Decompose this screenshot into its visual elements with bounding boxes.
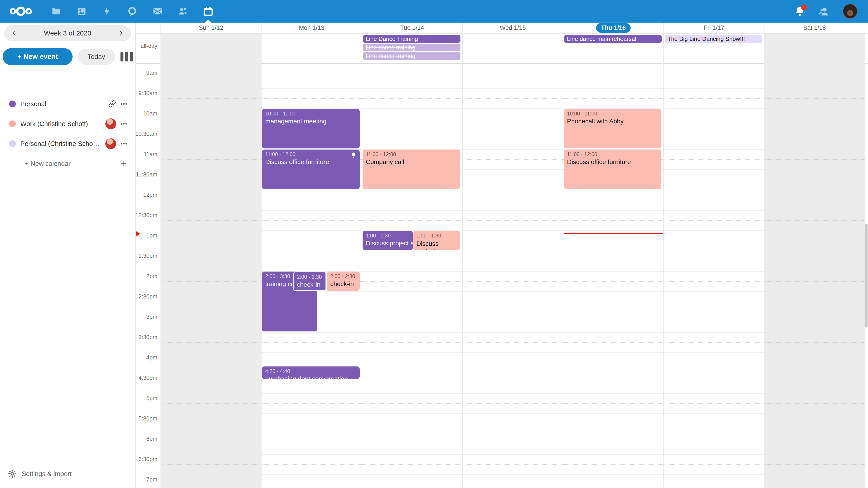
time-slot[interactable] <box>261 251 362 271</box>
time-slot[interactable] <box>765 230 865 251</box>
time-slot[interactable] <box>261 68 362 88</box>
time-slot[interactable] <box>463 414 563 434</box>
time-slot[interactable] <box>261 393 362 414</box>
time-slot[interactable] <box>765 190 865 210</box>
all-day-event[interactable]: Line dance training <box>363 52 460 60</box>
time-slot[interactable] <box>664 190 764 210</box>
time-slot[interactable] <box>463 190 563 210</box>
time-slot[interactable] <box>765 108 865 129</box>
photos-icon[interactable] <box>76 6 87 17</box>
time-slot[interactable] <box>261 210 362 230</box>
time-slot[interactable] <box>664 68 764 88</box>
time-slot[interactable] <box>161 312 261 332</box>
time-slot[interactable] <box>463 352 563 373</box>
time-slot[interactable] <box>463 393 563 414</box>
time-slot[interactable] <box>161 271 261 291</box>
time-slot[interactable] <box>161 68 261 88</box>
time-slot[interactable] <box>664 149 764 169</box>
week-title[interactable]: Week 3 of 2020 <box>25 29 110 37</box>
time-slot[interactable] <box>765 352 865 373</box>
time-slot[interactable] <box>563 414 663 434</box>
time-slot[interactable] <box>664 393 764 414</box>
time-slot[interactable] <box>362 393 462 414</box>
time-slot[interactable] <box>563 434 663 454</box>
time-slot[interactable] <box>362 251 462 271</box>
time-slot[interactable] <box>765 68 865 88</box>
time-slot[interactable] <box>664 108 764 129</box>
time-slot[interactable] <box>362 312 462 332</box>
calendar-actions-icon[interactable] <box>118 118 130 130</box>
time-slot[interactable] <box>362 68 462 88</box>
time-slot[interactable] <box>563 312 663 332</box>
day-header[interactable]: Sun 1/12 <box>160 23 261 33</box>
time-slot[interactable] <box>463 251 563 271</box>
all-day-cell[interactable]: Line Dance TrainingLine dance trainingLi… <box>362 34 462 64</box>
time-slot[interactable] <box>161 434 261 454</box>
time-slot[interactable] <box>463 312 563 332</box>
time-slot[interactable] <box>765 434 865 454</box>
time-slot[interactable] <box>161 149 261 169</box>
time-slot[interactable] <box>362 271 462 291</box>
contacts-icon[interactable] <box>177 6 188 17</box>
time-slot[interactable] <box>362 454 462 475</box>
time-slot[interactable] <box>664 434 764 454</box>
time-slot[interactable] <box>664 271 764 291</box>
time-slot[interactable] <box>161 291 261 312</box>
time-slot[interactable] <box>463 373 563 393</box>
time-slot[interactable] <box>362 414 462 434</box>
calendar-list-item[interactable]: Personal <box>0 94 135 114</box>
user-avatar[interactable] <box>843 4 858 19</box>
time-slot[interactable] <box>563 88 663 108</box>
time-slot[interactable] <box>161 352 261 373</box>
time-slot[interactable] <box>161 414 261 434</box>
time-slot[interactable] <box>362 373 462 393</box>
time-slot[interactable] <box>664 454 764 475</box>
day-column[interactable] <box>160 64 261 488</box>
all-day-cell[interactable] <box>764 34 865 64</box>
event[interactable]: 1:00 - 1:30Discuss project announcement <box>413 231 460 250</box>
day-column[interactable]: 11:00 - 12:00Company call1:00 - 1:30Disc… <box>362 64 462 488</box>
calendar-list-item[interactable]: Work (Christine Schott) <box>0 114 135 134</box>
time-slot[interactable] <box>765 169 865 190</box>
time-slot[interactable] <box>563 210 663 230</box>
all-day-cell[interactable]: The Big Line Dancing Show!!! <box>663 34 764 64</box>
time-slot[interactable] <box>463 169 563 190</box>
time-slot[interactable] <box>362 129 462 149</box>
time-slot[interactable] <box>765 414 865 434</box>
time-slot[interactable] <box>463 88 563 108</box>
notifications-bell-icon[interactable] <box>794 5 806 17</box>
time-slot[interactable] <box>664 352 764 373</box>
time-slot[interactable] <box>463 210 563 230</box>
time-slot[interactable] <box>765 454 865 475</box>
calendar-actions-icon[interactable] <box>118 138 130 150</box>
time-slot[interactable] <box>362 475 462 488</box>
all-day-event[interactable]: Line Dance Training <box>363 35 460 43</box>
event[interactable]: 11:00 - 12:00Discuss office furniture <box>262 150 360 189</box>
time-slot[interactable] <box>563 190 663 210</box>
time-slot[interactable] <box>664 414 764 434</box>
time-slot[interactable] <box>362 210 462 230</box>
time-slot[interactable] <box>161 190 261 210</box>
time-slot[interactable] <box>563 475 663 488</box>
time-slot[interactable] <box>362 190 462 210</box>
all-day-cell[interactable]: Line dance main rehearsal <box>563 34 663 64</box>
files-icon[interactable] <box>51 6 62 17</box>
time-slot[interactable] <box>563 454 663 475</box>
day-column[interactable] <box>764 64 865 488</box>
time-slot[interactable] <box>664 291 764 312</box>
time-slot[interactable] <box>362 108 462 129</box>
time-slot[interactable] <box>563 68 663 88</box>
event[interactable]: 11:00 - 12:00Company call <box>363 150 460 189</box>
time-slot[interactable] <box>664 129 764 149</box>
time-slot[interactable] <box>463 129 563 149</box>
time-slot[interactable] <box>362 352 462 373</box>
new-calendar-button[interactable]: + New calendar <box>0 154 135 173</box>
time-slot[interactable] <box>765 291 865 312</box>
scrollbar-thumb[interactable] <box>865 224 868 328</box>
time-slot[interactable] <box>463 68 563 88</box>
time-slot[interactable] <box>563 352 663 373</box>
next-week-button[interactable] <box>110 25 131 41</box>
time-slot[interactable] <box>463 230 563 251</box>
time-slot[interactable] <box>362 291 462 312</box>
time-slot[interactable] <box>664 475 764 488</box>
